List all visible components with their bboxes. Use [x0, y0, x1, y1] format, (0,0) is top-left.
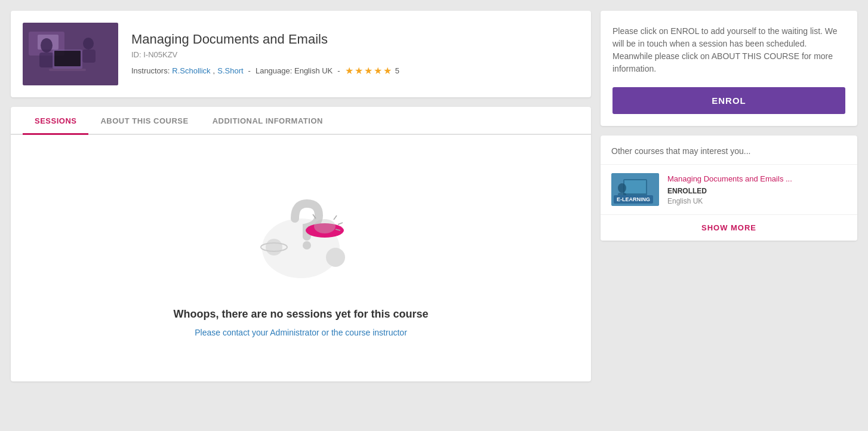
course-thumbnail — [23, 23, 118, 85]
tabs-card: SESSIONS ABOUT THIS COURSE ADDITIONAL IN… — [11, 107, 591, 381]
svg-point-20 — [326, 248, 345, 267]
empty-illustration — [241, 171, 361, 290]
tabs-header: SESSIONS ABOUT THIS COURSE ADDITIONAL IN… — [11, 107, 591, 135]
separator1: - — [248, 66, 251, 75]
rating-count: 5 — [395, 66, 399, 75]
svg-point-15 — [314, 219, 335, 233]
suggestion-title-link[interactable]: Managing Documents and Emails ... — [667, 174, 847, 183]
svg-point-25 — [618, 183, 626, 193]
svg-point-11 — [303, 241, 311, 250]
separator2: - — [337, 66, 340, 75]
svg-point-8 — [83, 38, 94, 50]
svg-rect-4 — [39, 53, 54, 67]
tab-about[interactable]: ABOUT THIS COURSE — [88, 107, 200, 134]
course-info: Managing Documents and Emails ID: I-N05K… — [131, 32, 579, 76]
svg-line-17 — [338, 223, 343, 224]
svg-point-12 — [266, 239, 282, 255]
course-id: ID: I-N05KZV — [131, 50, 579, 59]
svg-line-16 — [334, 216, 337, 220]
suggestion-thumbnail: E-LEARNING — [611, 173, 659, 206]
instructor1-link[interactable]: R.Schollick — [172, 66, 210, 75]
other-courses-card: Other courses that may interest you... E… — [601, 136, 857, 241]
svg-point-3 — [41, 38, 53, 53]
tab-sessions-content: Whoops, there are no sessions yet for th… — [11, 135, 591, 361]
instructor2-link[interactable]: S.Short — [217, 66, 243, 75]
tab-sessions[interactable]: SESSIONS — [23, 107, 88, 134]
language-label: Language: English UK — [256, 66, 333, 75]
course-suggestion-item: E-LEARNING Managing Documents and Emails… — [601, 165, 857, 215]
suggestion-info: Managing Documents and Emails ... ENROLL… — [667, 174, 847, 205]
course-header-card: Managing Documents and Emails ID: I-N05K… — [11, 11, 591, 97]
enrol-description: Please click on ENROL to add yourself to… — [612, 25, 845, 75]
enrol-card: Please click on ENROL to add yourself to… — [601, 11, 857, 126]
star-rating: ★★★★★ — [345, 65, 393, 76]
other-courses-heading: Other courses that may interest you... — [601, 136, 857, 165]
empty-heading: Whoops, there are no sessions yet for th… — [173, 308, 428, 321]
suggestion-language: English UK — [667, 197, 847, 205]
course-title: Managing Documents and Emails — [131, 32, 579, 47]
comma: , — [213, 66, 216, 75]
show-more-button[interactable]: SHOW MORE — [601, 215, 857, 241]
suggestion-status: ENROLLED — [667, 187, 847, 195]
enrol-button[interactable]: ENROL — [612, 87, 845, 114]
svg-rect-7 — [49, 69, 86, 71]
svg-rect-6 — [54, 51, 81, 66]
tab-additional[interactable]: ADDITIONAL INFORMATION — [201, 107, 335, 134]
course-meta: Instructors: R.Schollick , S.Short - Lan… — [131, 65, 579, 76]
svg-rect-9 — [82, 50, 96, 63]
empty-subtext: Please contact your Administrator or the… — [195, 328, 407, 337]
instructors-label: Instructors: — [131, 66, 170, 75]
elearning-badge: E-LEARNING — [614, 195, 653, 204]
svg-rect-23 — [624, 180, 646, 193]
